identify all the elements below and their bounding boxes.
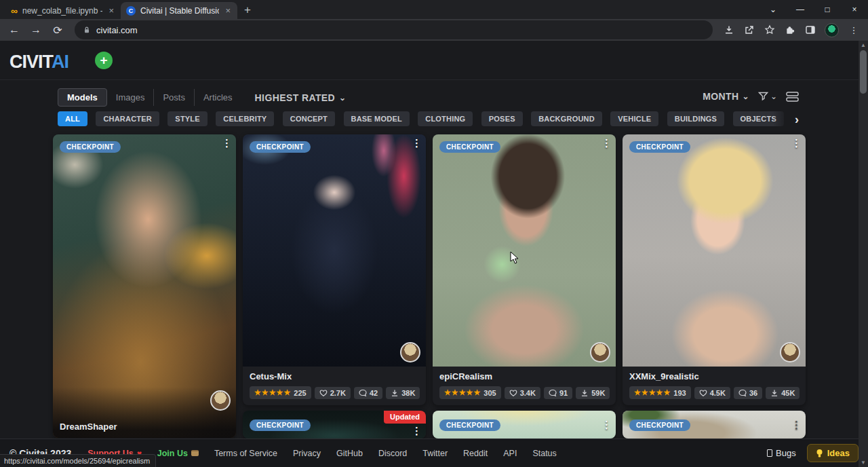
model-title: Cetus-Mix (250, 371, 419, 381)
tab-title: new_colab_file.ipynb - Colaborat (22, 6, 102, 16)
footer-link-reddit[interactable]: Reddit (463, 449, 488, 458)
card-menu-icon[interactable]: ⋮ (791, 138, 802, 149)
card-menu-icon[interactable]: ⋮ (601, 419, 612, 431)
scroll-up-icon[interactable]: ▲ (859, 42, 868, 48)
tab-close-icon[interactable]: × (107, 5, 115, 16)
tab-close-icon[interactable]: × (224, 5, 232, 16)
period-dropdown[interactable]: MONTH ⌄ (703, 91, 749, 102)
maximize-button[interactable]: □ (814, 5, 841, 14)
tab-civitai[interactable]: C Civitai | Stable Diffusion models, × (121, 2, 237, 19)
likes-chip[interactable]: 2.7K (315, 387, 351, 399)
model-card-partial-2[interactable]: CHECKPOINT ⋮ (433, 411, 616, 438)
page-scrollbar[interactable]: ▲ ▼ (859, 41, 868, 467)
footer-link-github[interactable]: GitHub (336, 449, 363, 458)
card-menu-icon[interactable]: ⋮ (222, 138, 232, 149)
window-controls: ⌄ — □ × (760, 0, 868, 19)
side-panel-icon[interactable] (802, 24, 818, 35)
footer-link-terms[interactable]: Terms of Service (214, 449, 277, 458)
chips-scroll-right-button[interactable]: › (773, 110, 802, 129)
rating-chip[interactable]: ★★★★★ 193 (629, 386, 691, 399)
chip-buildings[interactable]: BUILDINGS (667, 111, 724, 126)
ideas-button[interactable]: Ideas (807, 444, 859, 462)
likes-chip[interactable]: 4.5K (694, 387, 730, 399)
creator-avatar[interactable] (780, 342, 800, 362)
card-menu-icon[interactable]: ⋮ (601, 138, 612, 149)
comments-chip[interactable]: 42 (354, 387, 382, 399)
scrollbar-thumb[interactable] (860, 50, 867, 94)
tab-images[interactable]: Images (107, 89, 154, 106)
downloads-chip[interactable]: 59K (576, 387, 610, 399)
download-icon (580, 389, 589, 397)
footer-link-privacy[interactable]: Privacy (293, 449, 321, 458)
model-card-partial-1[interactable]: Updated CHECKPOINT ⋮ (243, 411, 426, 438)
chip-background[interactable]: BACKGROUND (531, 111, 602, 126)
chip-all[interactable]: ALL (58, 111, 87, 126)
footer-link-api[interactable]: API (503, 449, 517, 458)
chip-style[interactable]: STYLE (167, 111, 207, 126)
browser-menu-icon[interactable]: ⋮ (845, 25, 863, 35)
browser-profile-avatar[interactable] (825, 23, 839, 37)
model-card-xxmix-9realistic[interactable]: CHECKPOINT ⋮ XXMix_9realistic ★★★★★ 193 … (623, 134, 806, 405)
checkpoint-badge: CHECKPOINT (439, 419, 500, 431)
chip-clothing[interactable]: CLOTHING (418, 111, 473, 126)
browser-chrome: ∞ new_colab_file.ipynb - Colaborat × C C… (0, 0, 868, 41)
bookmark-star-icon[interactable] (762, 24, 778, 35)
chip-concept[interactable]: CONCEPT (283, 111, 335, 126)
download-page-icon[interactable] (721, 24, 737, 35)
scroll-down-icon[interactable]: ▼ (859, 460, 868, 466)
downloads-chip[interactable]: 38K (386, 387, 420, 399)
card-menu-icon[interactable]: ⋮ (412, 138, 422, 149)
tab-posts[interactable]: Posts (153, 89, 194, 106)
sort-dropdown[interactable]: HIGHEST RATED ⌄ (255, 92, 347, 103)
comments-count: 91 (559, 389, 568, 397)
chip-vehicle[interactable]: VEHICLE (610, 111, 658, 126)
model-card-dreamshaper[interactable]: CHECKPOINT ⋮ DreamShaper (53, 134, 236, 438)
bugs-button[interactable]: Bugs (767, 448, 796, 458)
likes-count: 4.5K (710, 389, 726, 397)
model-card-partial-3[interactable]: CHECKPOINT ⋮ (623, 411, 806, 438)
footer-link-discord[interactable]: Discord (378, 449, 407, 458)
footer-link-join-us[interactable]: Join Us (157, 449, 199, 458)
reload-button[interactable]: ⟳ (49, 24, 66, 37)
chip-base-model[interactable]: BASE MODEL (344, 111, 410, 126)
creator-avatar[interactable] (210, 390, 231, 411)
comments-chip[interactable]: 36 (734, 387, 762, 399)
footer-link-twitter[interactable]: Twitter (422, 449, 448, 458)
share-icon[interactable] (741, 24, 757, 35)
back-button[interactable]: ← (5, 24, 23, 36)
footer-feedback: Bugs Ideas (767, 444, 859, 462)
civitai-logo[interactable]: CIVITAI (9, 52, 68, 73)
model-card-cetus-mix[interactable]: CHECKPOINT ⋮ Cetus-Mix ★★★★★ 225 2.7K 42 (243, 134, 426, 405)
likes-chip[interactable]: 3.4K (505, 387, 540, 399)
card-footer: epiCRealism ★★★★★ 305 3.4K 91 59K (433, 367, 616, 405)
chip-poses[interactable]: POSES (481, 111, 523, 126)
card-menu-icon[interactable]: ⋮ (412, 426, 422, 437)
tab-search-icon[interactable]: ⌄ (760, 5, 787, 14)
downloads-chip[interactable]: 45K (766, 387, 800, 399)
card-menu-icon[interactable]: ⋮ (791, 419, 802, 431)
chip-character[interactable]: CHARACTER (96, 111, 159, 126)
footer-link-status[interactable]: Status (532, 449, 556, 458)
close-button[interactable]: × (841, 5, 868, 14)
content-type-tabs: Models Images Posts Articles HIGHEST RAT… (58, 88, 347, 107)
forward-button[interactable]: → (27, 24, 45, 36)
creator-avatar[interactable] (400, 342, 420, 362)
model-card-epicrealism[interactable]: CHECKPOINT ⋮ epiCRealism ★★★★★ 305 3.4K … (433, 134, 616, 405)
comments-chip[interactable]: 91 (544, 387, 572, 399)
download-icon (391, 389, 399, 397)
extensions-puzzle-icon[interactable] (782, 25, 798, 35)
new-tab-button[interactable]: + (244, 3, 251, 19)
rating-chip[interactable]: ★★★★★ 225 (250, 386, 311, 399)
tab-models[interactable]: Models (58, 88, 107, 107)
minimize-button[interactable]: — (787, 5, 814, 14)
chip-celebrity[interactable]: CELEBRITY (216, 111, 274, 126)
rating-chip[interactable]: ★★★★★ 305 (439, 386, 501, 399)
model-preview-image: CHECKPOINT ⋮ (433, 134, 616, 367)
create-button[interactable]: + (95, 52, 113, 69)
filter-funnel-button[interactable]: ⌄ (758, 92, 777, 101)
tab-colab[interactable]: ∞ new_colab_file.ipynb - Colaborat × (5, 2, 121, 19)
address-bar[interactable]: civitai.com (75, 20, 713, 39)
tab-articles[interactable]: Articles (194, 89, 241, 106)
creator-avatar[interactable] (590, 342, 610, 362)
layout-toggle-button[interactable] (786, 92, 799, 102)
